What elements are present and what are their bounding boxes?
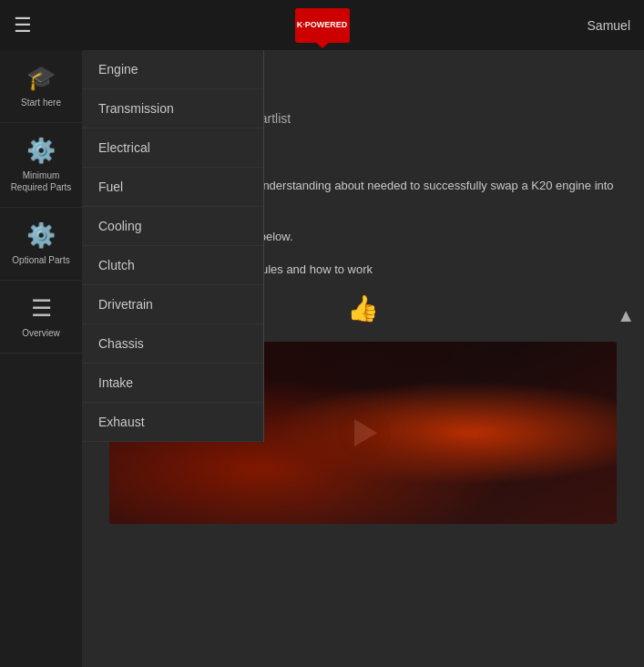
sidebar-item-optional-parts[interactable]: ⚙️ Optional Parts <box>0 208 82 281</box>
dropdown-item-cooling[interactable]: Cooling <box>82 207 263 246</box>
dropdown-item-intake[interactable]: Intake <box>82 364 263 403</box>
dropdown-item-chassis[interactable]: Chassis <box>82 324 263 364</box>
dropdown-item-drivetrain[interactable]: Drivetrain <box>82 285 263 324</box>
dropdown-menu: Engine Transmission Electrical Fuel Cool… <box>82 50 264 442</box>
logo: K·POWERED <box>295 8 350 43</box>
sidebar: 🎓 Start here ⚙️ Minimum Required Parts ⚙… <box>0 50 82 667</box>
logo-text: K·POWERED <box>297 20 348 30</box>
dropdown-item-electrical[interactable]: Electrical <box>82 128 263 168</box>
hamburger-menu-icon[interactable]: ☰ <box>14 14 32 37</box>
parts-icon-min: ⚙️ <box>26 137 56 165</box>
sidebar-item-overview[interactable]: ☰ Overview <box>0 281 82 354</box>
logo-container: K·POWERED <box>295 8 350 43</box>
dropdown-item-clutch[interactable]: Clutch <box>82 246 263 285</box>
sidebar-label-minimum-required-parts: Minimum Required Parts <box>5 169 77 193</box>
scroll-up-button[interactable]: ▲ <box>617 305 635 326</box>
dropdown-item-transmission[interactable]: Transmission <box>82 89 263 128</box>
overview-icon: ☰ <box>31 294 52 323</box>
sidebar-item-start-here[interactable]: 🎓 Start here <box>0 50 82 123</box>
sidebar-label-overview: Overview <box>22 327 60 339</box>
user-name: Samuel <box>588 18 630 33</box>
graduation-icon: 🎓 <box>26 64 56 92</box>
dropdown-item-fuel[interactable]: Fuel <box>82 168 263 207</box>
sidebar-item-minimum-required-parts[interactable]: ⚙️ Minimum Required Parts <box>0 123 82 208</box>
parts-icon-optional: ⚙️ <box>26 221 56 250</box>
dropdown-item-engine[interactable]: Engine <box>82 50 263 89</box>
sidebar-label-optional-parts: Optional Parts <box>12 254 69 266</box>
top-nav: ☰ K·POWERED Samuel <box>0 0 644 50</box>
sidebar-label-start-here: Start here <box>21 97 61 108</box>
dropdown-item-exhaust[interactable]: Exhaust <box>82 403 263 442</box>
